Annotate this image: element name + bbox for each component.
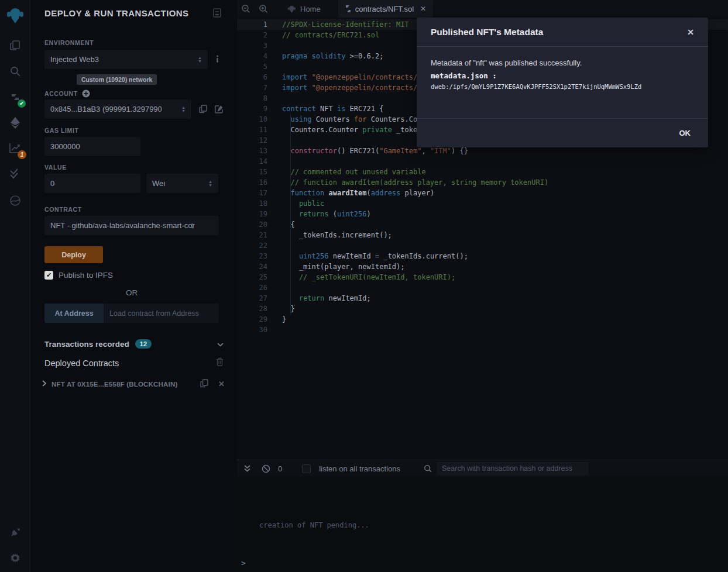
code-text: { xyxy=(282,219,295,230)
compile-success-badge: ✔ xyxy=(18,99,26,108)
code-text: returns (uint256) xyxy=(282,209,371,219)
clear-console-icon[interactable] xyxy=(259,464,272,473)
code-text: uint256 newItemId = _tokenIds.current(); xyxy=(282,251,468,261)
pending-tx-count: 0 xyxy=(278,464,282,473)
contract-label: CONTRACT xyxy=(44,206,82,213)
modal-close-icon[interactable]: ✕ xyxy=(687,27,694,37)
code-text: function awardItem(address player) xyxy=(282,188,434,198)
modal-body: Metadata of "nft" was published successf… xyxy=(417,47,708,118)
code-text: //SPDX-License-Identifier: MIT xyxy=(282,19,409,30)
code-line[interactable]: 23 uint256 newItemId = _tokenIds.current… xyxy=(237,251,728,261)
edit-account-icon[interactable] xyxy=(215,105,224,113)
remix-logo-icon[interactable] xyxy=(0,4,30,27)
terminal: 0 listen on all transactions creation of… xyxy=(237,460,728,572)
code-text: } xyxy=(282,314,286,325)
copy-address-icon[interactable] xyxy=(200,379,208,389)
line-number: 12 xyxy=(237,135,267,146)
value-label: VALUE xyxy=(44,164,67,171)
listen-transactions-checkbox[interactable] xyxy=(302,464,311,473)
line-number: 10 xyxy=(237,114,267,125)
tab-home[interactable]: Home xyxy=(280,0,328,18)
code-line[interactable]: 15 // commented out unused variable xyxy=(237,167,728,177)
plugin-manager-icon[interactable] xyxy=(0,521,30,544)
line-number: 4 xyxy=(237,51,267,61)
code-line[interactable]: 24 _mint(player, newItemId); xyxy=(237,261,728,272)
transactions-count-badge: 12 xyxy=(135,339,152,349)
code-text: // function awardItem(address player, st… xyxy=(282,177,548,188)
account-label: ACCOUNT xyxy=(44,90,78,97)
home-tab-label: Home xyxy=(300,5,321,13)
line-number: 21 xyxy=(237,230,267,240)
search-icon[interactable] xyxy=(0,60,30,83)
unit-testing-icon[interactable] xyxy=(0,162,30,185)
chevron-down-icon[interactable] xyxy=(217,339,224,349)
environment-select[interactable]: Injected Web3 ▲▼ xyxy=(44,50,208,69)
code-line[interactable]: 29} xyxy=(237,314,728,325)
home-tab-icon xyxy=(287,5,296,13)
at-address-button[interactable]: At Address xyxy=(44,304,104,323)
line-number: 22 xyxy=(237,240,267,251)
code-line[interactable]: 27 return newItemId; xyxy=(237,293,728,304)
modal-ok-button[interactable]: OK xyxy=(679,129,691,137)
line-number: 18 xyxy=(237,198,267,209)
publish-ipfs-checkbox[interactable]: ✔ xyxy=(44,271,53,280)
code-line[interactable]: 18 public xyxy=(237,198,728,209)
gas-limit-input[interactable] xyxy=(44,137,140,156)
code-line[interactable]: 17 function awardItem(address player) xyxy=(237,188,728,198)
line-number: 16 xyxy=(237,177,267,188)
code-line[interactable]: 21 _tokenIds.increment(); xyxy=(237,230,728,240)
deploy-button[interactable]: Deploy xyxy=(44,246,103,263)
account-select[interactable]: 0x845...B1aB3 (999991.3297990 ▲▼ xyxy=(44,99,191,119)
contract-select[interactable]: NFT - github/ava-labs/avalanche-smart-co… xyxy=(44,216,219,235)
code-line[interactable]: 14 xyxy=(237,156,728,167)
code-line[interactable]: 25 // _setTokenURI(newItemId, tokenURI); xyxy=(237,272,728,282)
solidity-compiler-icon[interactable]: ✔ xyxy=(0,85,30,109)
terminal-output[interactable]: creation of NFT pending... > xyxy=(237,477,728,572)
value-unit-select[interactable]: Wei ▲▼ xyxy=(146,174,218,193)
line-number: 26 xyxy=(237,282,267,293)
plugin-circle-icon[interactable] xyxy=(0,189,30,212)
modal-filename: metadata.json : xyxy=(431,71,694,80)
add-account-icon[interactable] xyxy=(82,89,90,98)
code-text: Counters.Counter private _toke xyxy=(282,125,417,135)
network-badge: Custom (10920) network xyxy=(77,74,157,85)
code-line[interactable]: 16 // function awardItem(address player,… xyxy=(237,177,728,188)
line-number: 11 xyxy=(237,125,267,135)
tab-bar: Home contracts/NFT.sol ✕ xyxy=(237,0,728,18)
line-number: 3 xyxy=(237,40,267,51)
zoom-in-icon[interactable] xyxy=(255,0,272,18)
documentation-icon[interactable] xyxy=(213,8,221,20)
or-divider: OR xyxy=(44,288,219,297)
code-text: // contracts/ERC721.sol xyxy=(282,30,379,40)
remix-app: ✔ 1 DEPLOY & RUN TRANSACTIONS ENVIRONMEN… xyxy=(0,0,728,572)
line-number: 23 xyxy=(237,251,267,261)
line-number: 30 xyxy=(237,325,267,335)
code-line[interactable]: 28 } xyxy=(237,304,728,314)
chevron-right-icon[interactable] xyxy=(42,380,46,388)
remove-contract-icon[interactable]: ✕ xyxy=(218,380,225,388)
trash-icon[interactable] xyxy=(216,357,224,368)
line-number: 28 xyxy=(237,304,267,314)
close-tab-icon[interactable]: ✕ xyxy=(420,5,426,13)
code-line[interactable]: 20 { xyxy=(237,219,728,230)
code-text: pragma solidity >=0.6.2; xyxy=(282,51,383,61)
analytics-icon[interactable]: 1 xyxy=(0,136,30,160)
code-line[interactable]: 22 xyxy=(237,240,728,251)
zoom-out-icon[interactable] xyxy=(237,0,255,18)
at-address-input[interactable] xyxy=(104,304,219,323)
settings-gear-icon[interactable] xyxy=(0,546,30,570)
code-line[interactable]: 19 returns (uint256) xyxy=(237,209,728,219)
value-input[interactable] xyxy=(44,174,140,193)
deploy-run-icon[interactable] xyxy=(0,111,30,135)
collapse-terminal-icon[interactable] xyxy=(241,465,253,472)
environment-value: Injected Web3 xyxy=(50,55,99,64)
environment-info-icon[interactable] xyxy=(214,55,221,63)
file-explorer-icon[interactable] xyxy=(0,34,30,57)
deployed-contract-row[interactable]: NFT AT 0X15E...E558F (BLOCKCHAIN) ✕ xyxy=(42,379,225,389)
code-line[interactable]: 30 xyxy=(237,325,728,335)
line-number: 14 xyxy=(237,156,267,167)
terminal-search-input[interactable] xyxy=(437,462,589,475)
copy-account-icon[interactable] xyxy=(199,105,207,113)
tab-nft-sol[interactable]: contracts/NFT.sol ✕ xyxy=(338,0,433,18)
code-line[interactable]: 26 xyxy=(237,282,728,293)
